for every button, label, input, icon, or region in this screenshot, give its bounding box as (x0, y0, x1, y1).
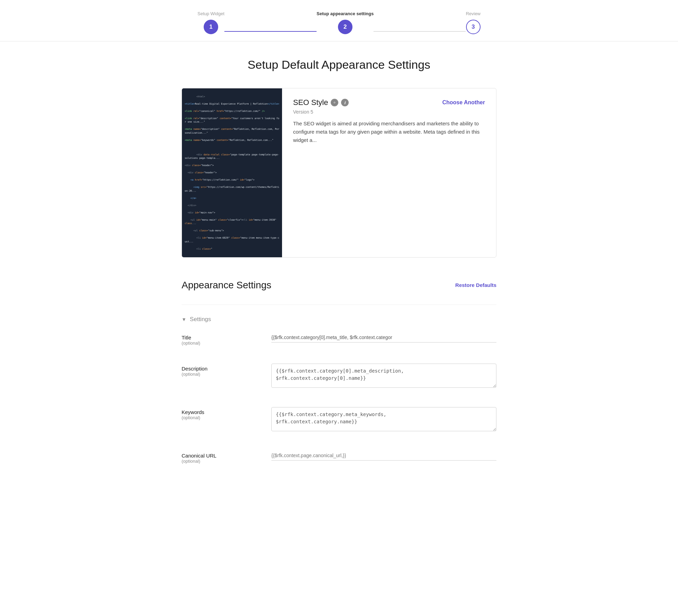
svg-point-1 (333, 102, 336, 104)
step-3-label: Review (466, 11, 481, 16)
step-2-circle: 2 (338, 20, 352, 34)
restore-defaults-button[interactable]: Restore Defaults (455, 282, 496, 288)
step-1: Setup Widget 1 (197, 11, 224, 34)
widget-description: The SEO widget is aimed at providing mer… (293, 119, 485, 144)
widget-title: SEO Style (293, 98, 328, 107)
form-label-group-title: Title (optional) (182, 333, 271, 346)
description-optional: (optional) (182, 372, 271, 377)
widget-info: SEO Style i Choose Another Version 5 (282, 88, 496, 257)
form-label-group-canonical-url: Canonical URL (optional) (182, 451, 271, 464)
circle-icon (332, 100, 337, 105)
form-label-group-description: Description (optional) (182, 364, 271, 377)
widget-preview: <html> <title>Real-time Digital Experien… (182, 88, 282, 257)
form-row-description: Description (optional) {{$rfk.context.ca… (182, 364, 496, 395)
widget-title-row: SEO Style i Choose Another (293, 98, 485, 107)
code-preview-content: <html> <title>Real-time Digital Experien… (182, 88, 282, 257)
keywords-field-wrapper: {{$rfk.context.category.meta_keywords, $… (271, 407, 496, 433)
widget-version: Version 5 (293, 109, 485, 115)
title-input[interactable] (271, 333, 496, 343)
connector-2 (374, 31, 466, 32)
page-title: Setup Default Appearance Settings (182, 58, 496, 71)
step-1-label: Setup Widget (197, 11, 224, 16)
description-label: Description (182, 366, 271, 372)
appearance-settings-title: Appearance Settings (182, 280, 271, 291)
title-optional: (optional) (182, 340, 271, 346)
widget-status-icon (331, 99, 338, 106)
canonical-url-input[interactable] (271, 451, 496, 461)
appearance-settings-header: Appearance Settings Restore Defaults (182, 280, 496, 291)
form-row-title: Title (optional) (182, 333, 496, 351)
form-row-canonical-url: Canonical URL (optional) (182, 451, 496, 469)
keywords-textarea[interactable]: {{$rfk.context.category.meta_keywords, $… (271, 407, 496, 431)
canonical-url-field-wrapper (271, 451, 496, 461)
form-label-group-keywords: Keywords (optional) (182, 407, 271, 420)
section-divider (182, 305, 496, 305)
step-2-label: Setup appearance settings (317, 11, 374, 16)
choose-another-button[interactable]: Choose Another (442, 99, 485, 106)
keywords-label: Keywords (182, 409, 271, 415)
title-field-wrapper (271, 333, 496, 343)
description-textarea[interactable]: {{$rfk.context.category[0].meta_descript… (271, 364, 496, 388)
settings-section-title: Settings (190, 316, 211, 323)
step-2: Setup appearance settings 2 (317, 11, 374, 34)
widget-title-left: SEO Style i (293, 98, 349, 107)
main-content: Setup Default Appearance Settings <html>… (173, 41, 505, 498)
info-icon[interactable]: i (341, 99, 349, 106)
keywords-optional: (optional) (182, 415, 271, 420)
step-3-circle: 3 (466, 20, 481, 34)
title-label: Title (182, 335, 271, 340)
description-field-wrapper: {{$rfk.context.category[0].meta_descript… (271, 364, 496, 389)
step-3: Review 3 (466, 11, 481, 34)
step-1-circle: 1 (204, 20, 218, 34)
canonical-url-optional: (optional) (182, 459, 271, 464)
progress-bar: Setup Widget 1 Setup appearance settings… (0, 0, 678, 41)
form-row-keywords: Keywords (optional) {{$rfk.context.categ… (182, 407, 496, 438)
widget-card: <html> <title>Real-time Digital Experien… (182, 88, 496, 258)
canonical-url-label: Canonical URL (182, 453, 271, 459)
settings-section-header[interactable]: ▼ Settings (182, 316, 496, 323)
chevron-down-icon: ▼ (182, 317, 186, 322)
connector-1 (224, 31, 317, 32)
